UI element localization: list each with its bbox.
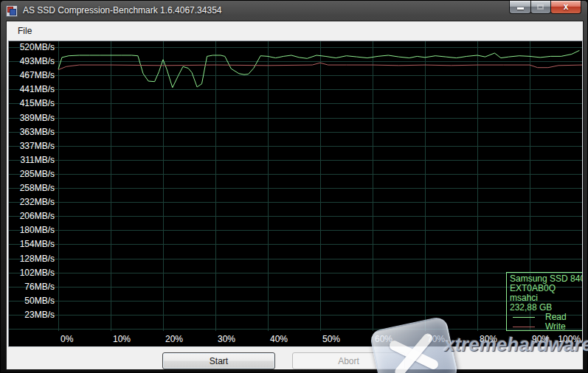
maximize-button[interactable] <box>530 1 551 14</box>
window-title: AS SSD Compression-Benchmark 1.6.4067.34… <box>23 1 221 21</box>
chart-panel: 520MB/s493MB/s467MB/s441MB/s415MB/s389MB… <box>8 41 583 347</box>
read-line-sample <box>513 317 535 318</box>
menu-bar: File <box>7 21 583 41</box>
title-bar: AS SSD Compression-Benchmark 1.6.4067.34… <box>1 1 587 21</box>
minimize-icon <box>517 7 524 10</box>
close-button[interactable]: x <box>550 1 581 14</box>
series-lines <box>9 41 582 346</box>
chart-plot-area: 520MB/s493MB/s467MB/s441MB/s415MB/s389MB… <box>9 41 582 346</box>
start-button[interactable]: Start <box>162 352 275 369</box>
maximize-icon <box>537 4 544 10</box>
legend-write-label: Write <box>545 322 566 331</box>
abort-button[interactable]: Abort <box>292 352 405 369</box>
menu-item-file[interactable]: File <box>12 24 38 39</box>
client-area: File 520MB/s493MB/s467MB/s441MB/s415MB/s… <box>7 21 583 369</box>
minimize-button[interactable] <box>509 1 531 14</box>
legend-entry-write: Write <box>510 322 582 331</box>
read-series-line <box>58 50 579 87</box>
close-icon: x <box>551 1 581 12</box>
write-line-sample <box>513 327 535 327</box>
write-series-line <box>58 63 582 70</box>
window-controls: x <box>510 1 581 14</box>
legend-box: Samsung SSD 840 E EXT0AB0Q msahci 232,88… <box>506 272 582 331</box>
app-icon <box>6 5 18 17</box>
window-frame: AS SSD Compression-Benchmark 1.6.4067.34… <box>0 0 588 373</box>
